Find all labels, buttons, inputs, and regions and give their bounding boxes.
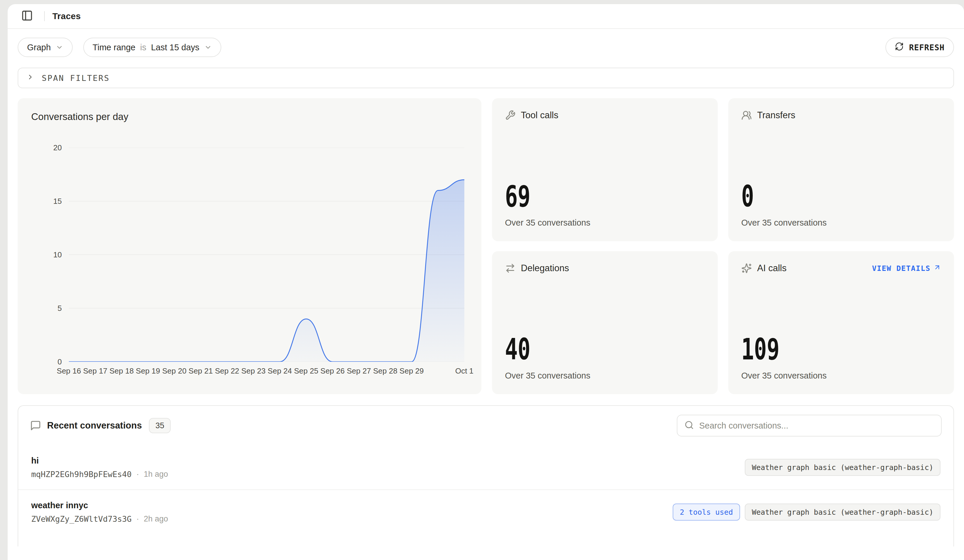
page-title: Traces	[52, 11, 81, 21]
meta-separator: ·	[136, 470, 139, 479]
toolbar: Graph Time range is Last 15 days REFRESH	[18, 37, 954, 57]
stat-value: 40	[505, 336, 649, 363]
chart-x-axis: Sep 16Sep 17Sep 18Sep 19Sep 20Sep 21Sep …	[69, 367, 464, 378]
refresh-icon	[895, 42, 904, 53]
x-axis-tick: Sep 29	[400, 367, 424, 376]
x-axis-tick: Sep 23	[241, 367, 265, 376]
conversation-time: 1h ago	[143, 470, 168, 479]
chevron-down-icon	[55, 44, 63, 51]
x-axis-tick: Sep 18	[109, 367, 134, 376]
stat-card: Delegations 40 Over 35 conversations	[492, 251, 718, 394]
refresh-label: REFRESH	[909, 43, 944, 52]
x-axis-tick: Sep 25	[294, 367, 318, 376]
tools-used-badge: 2 tools used	[673, 503, 740, 521]
x-axis-tick: Sep 22	[215, 367, 239, 376]
stat-subtitle: Over 35 conversations	[741, 371, 941, 381]
conversation-badges: Weather graph basic (weather-graph-basic…	[745, 459, 940, 476]
stat-card: Transfers 0 Over 35 conversations	[728, 98, 954, 241]
time-range-filter[interactable]: Time range is Last 15 days	[83, 37, 221, 57]
x-axis-tick: Sep 19	[136, 367, 160, 376]
conversation-row[interactable]: hi mqHZP2EGh9h9BpFEwEs40 · 1h ago Weathe…	[18, 445, 953, 489]
x-axis-tick: Sep 21	[189, 367, 213, 376]
conversation-title: hi	[31, 456, 168, 466]
main-panel: Traces Graph Time range is Last 15 days …	[8, 4, 964, 560]
agent-badge: Weather graph basic (weather-graph-basic…	[745, 459, 940, 476]
conversation-time: 2h ago	[143, 515, 168, 524]
sparkles-icon	[741, 263, 752, 274]
view-mode-dropdown[interactable]: Graph	[18, 37, 73, 57]
message-square-icon	[30, 420, 41, 431]
stat-value: 69	[505, 183, 649, 210]
stat-value: 109	[741, 336, 885, 363]
stat-subtitle: Over 35 conversations	[741, 218, 941, 228]
meta-separator: ·	[136, 515, 139, 524]
header-divider	[44, 11, 45, 21]
conversations-chart-card: Conversations per day 05101520 Sep 16Sep…	[18, 98, 481, 394]
agent-badge: Weather graph basic (weather-graph-basic…	[745, 503, 940, 521]
stat-card: AI calls VIEW DETAILS 109 Over 35 conver…	[728, 251, 954, 394]
recent-conversations-card: Recent conversations 35 hi mqHZP2EGh9h9B…	[18, 405, 954, 547]
x-axis-tick: Sep 27	[347, 367, 371, 376]
recent-conversations-header: Recent conversations 35	[18, 406, 953, 445]
conversation-row[interactable]: weather innyc ZVeWXgZy_Z6WltVd73s3G · 2h…	[18, 489, 953, 534]
stat-subtitle: Over 35 conversations	[505, 218, 705, 228]
top-bar: Traces	[8, 4, 964, 29]
x-axis-tick: Sep 28	[373, 367, 397, 376]
chevron-right-icon	[26, 73, 34, 83]
view-details-link[interactable]: VIEW DETAILS	[872, 263, 941, 273]
arrows-swap-icon	[505, 263, 516, 274]
stat-value: 0	[741, 183, 885, 210]
arrow-up-right-icon	[933, 263, 941, 273]
x-axis-tick: Sep 26	[321, 367, 345, 376]
time-range-value: Last 15 days	[151, 43, 199, 52]
search-box[interactable]	[677, 415, 942, 437]
time-range-operator: is	[140, 43, 146, 52]
conversation-badges: 2 tools usedWeather graph basic (weather…	[673, 503, 940, 521]
span-filters-label: SPAN FILTERS	[42, 73, 110, 83]
view-mode-label: Graph	[27, 43, 51, 52]
chevron-down-icon	[204, 44, 212, 51]
x-axis-tick: Sep 16	[57, 367, 81, 376]
y-axis-tick: 0	[35, 357, 62, 367]
conversation-id: ZVeWXgZy_Z6WltVd73s3G	[31, 515, 132, 524]
sidebar-toggle-button[interactable]	[18, 7, 36, 26]
x-axis-tick: Sep 20	[162, 367, 186, 376]
wrench-icon	[505, 110, 516, 120]
refresh-button[interactable]: REFRESH	[886, 37, 954, 57]
conversation-list: hi mqHZP2EGh9h9BpFEwEs40 · 1h ago Weathe…	[18, 445, 953, 534]
y-axis-tick: 5	[35, 304, 62, 313]
recent-conversations-title: Recent conversations	[47, 420, 142, 431]
y-axis-tick: 10	[35, 250, 62, 260]
area-chart	[69, 148, 464, 362]
dashboard-grid: Conversations per day 05101520 Sep 16Sep…	[18, 98, 954, 394]
span-filters-toggle[interactable]: SPAN FILTERS	[18, 68, 954, 88]
x-axis-tick: Sep 17	[83, 367, 107, 376]
conversation-title: weather innyc	[31, 501, 168, 510]
time-range-field-label: Time range	[93, 43, 136, 52]
conversations-chart: 05101520	[69, 148, 464, 362]
chart-title: Conversations per day	[31, 111, 468, 122]
x-axis-tick: Oct 1	[455, 367, 474, 376]
x-axis-tick: Sep 24	[268, 367, 292, 376]
stat-card: Tool calls 69 Over 35 conversations	[492, 98, 718, 241]
search-input[interactable]	[699, 421, 934, 430]
panel-left-icon	[21, 10, 33, 23]
search-icon	[684, 420, 694, 431]
conversation-id: mqHZP2EGh9h9BpFEwEs40	[31, 470, 132, 479]
conversation-count-badge: 35	[149, 418, 171, 433]
y-axis-tick: 15	[35, 197, 62, 206]
y-axis-tick: 20	[35, 143, 62, 153]
users-icon	[741, 110, 752, 120]
stat-subtitle: Over 35 conversations	[505, 371, 705, 381]
